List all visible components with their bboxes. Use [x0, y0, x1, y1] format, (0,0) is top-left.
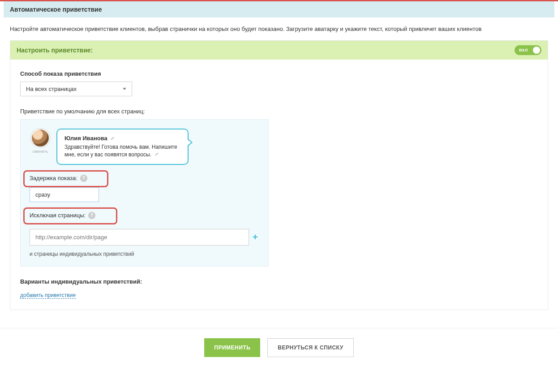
settings-header: Настроить приветствие: ВКЛ	[10, 41, 548, 60]
display-method-value: На всех страницах	[26, 86, 77, 92]
add-greeting-link[interactable]: добавить приветствие	[20, 292, 76, 299]
greeting-preview-area: сменить Юлия Иванова Здравствуйте! Готов…	[20, 119, 269, 267]
variants-label: Варианты индивидуальных приветствий:	[20, 278, 538, 285]
toggle-label: ВКЛ	[519, 48, 528, 52]
pencil-icon[interactable]	[110, 136, 115, 141]
add-url-button[interactable]: +	[253, 233, 258, 241]
greeting-message: Здравствуйте! Готова помочь вам. Напишит…	[64, 144, 177, 158]
footer-actions: ПРИМЕНИТЬ ВЕРНУТЬСЯ К СПИСКУ	[0, 328, 558, 367]
display-method-label: Способ показа приветствия	[20, 70, 538, 77]
exclude-note: и страницы индивидуальных приветствий	[30, 251, 259, 257]
settings-header-title: Настроить приветствие:	[17, 47, 93, 54]
intro-text: Настройте автоматическое приветствие кли…	[4, 17, 554, 40]
operator-name: Юлия Иванова	[64, 135, 107, 142]
change-avatar-link[interactable]: сменить	[33, 149, 48, 154]
default-greeting-label: Приветствие по умолчанию для всех страни…	[20, 108, 538, 115]
delay-select[interactable]: сразу	[30, 187, 99, 202]
apply-button[interactable]: ПРИМЕНИТЬ	[204, 338, 260, 357]
exclude-url-input[interactable]	[30, 229, 249, 246]
help-icon[interactable]: ?	[88, 212, 95, 219]
delay-value: сразу	[35, 191, 50, 198]
toggle-knob	[533, 47, 540, 54]
delay-label: Задержка показа:	[30, 175, 77, 181]
settings-panel: Настроить приветствие: ВКЛ Способ показа…	[10, 40, 548, 310]
operator-avatar[interactable]	[31, 129, 50, 147]
help-icon[interactable]: ?	[80, 175, 87, 182]
exclude-label: Исключая страницы:	[30, 212, 86, 219]
greeting-bubble: Юлия Иванова Здравствуйте! Готова помочь…	[56, 129, 189, 165]
back-button[interactable]: ВЕРНУТЬСЯ К СПИСКУ	[267, 338, 353, 357]
display-method-select[interactable]: На всех страницах	[20, 82, 132, 96]
page-title: Автоматическое приветствие	[4, 1, 554, 17]
enable-toggle[interactable]: ВКЛ	[515, 45, 541, 55]
pencil-icon[interactable]	[155, 152, 159, 156]
chevron-down-icon	[123, 88, 126, 90]
